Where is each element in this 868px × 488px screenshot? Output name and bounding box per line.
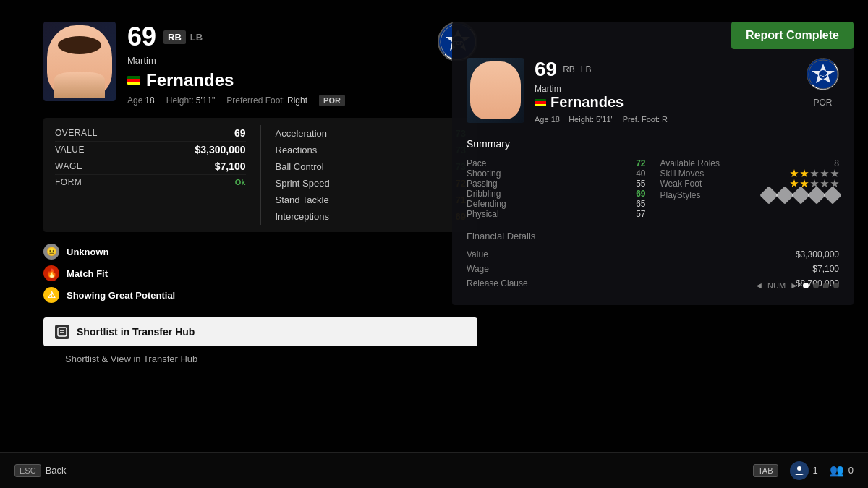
attr-label: Ball Control — [276, 161, 324, 172]
right-panel: Report Complete 69 RB LB Martim Fernande… — [452, 22, 854, 305]
nav-dot-2[interactable] — [813, 283, 819, 288]
svg-rect-4 — [58, 328, 67, 336]
right-stats-col: Available Roles 8 Skill Moves Weak Foot — [660, 158, 840, 219]
attribute-row: Ball Control 73 — [276, 158, 467, 175]
overall-rating: 69 — [127, 22, 156, 52]
back-button[interactable]: ESC Back — [14, 464, 67, 477]
player-firstname: Martim — [127, 55, 156, 66]
player-count-group: 1 — [790, 461, 818, 480]
rating-position: 69 RB LB — [127, 22, 477, 52]
wage-row: WAGE $7,100 — [55, 158, 246, 175]
skill-moves-row: Skill Moves — [660, 168, 840, 179]
primary-position: RB — [163, 30, 186, 44]
bottom-bar: ESC Back TAB 1 👥 0 — [0, 452, 868, 488]
status-unknown: 😐 Unknown — [43, 244, 477, 260]
shooting-label: Shooting — [467, 168, 501, 179]
fin-wage-row: Wage $7,100 — [467, 262, 839, 276]
player-foot: Right — [287, 95, 307, 106]
passing-label: Passing — [467, 179, 498, 189]
playstyle-5 — [823, 186, 841, 204]
nationality-badge: POR — [319, 95, 345, 106]
overall-stat: 69 — [234, 127, 246, 139]
stats-container: OVERALL 69 VALUE $3,300,000 WAGE $7,100 … — [43, 118, 477, 232]
attribute-row: Sprint Speed 72 — [276, 175, 467, 192]
rp-height: 5'11" — [596, 115, 613, 124]
rp-age: 18 — [551, 115, 560, 124]
rp-flag — [535, 99, 546, 106]
esc-key: ESC — [14, 464, 41, 477]
shortlist-primary-label: Shortlist in Transfer Hub — [77, 326, 195, 338]
tab-key: TAB — [753, 464, 778, 477]
wage-stat: $7,100 — [215, 160, 246, 172]
player-lastname-row: Fernandes — [127, 70, 477, 90]
nav-dot-4[interactable] — [833, 283, 839, 288]
physical-label: Physical — [467, 209, 499, 219]
passing-row: Passing 55 — [467, 179, 646, 189]
value-row: VALUE $3,300,000 — [55, 142, 246, 158]
bottom-right: TAB 1 👥 0 — [753, 461, 854, 480]
physical-value: 57 — [636, 209, 645, 219]
nav-right-arrow[interactable]: ► — [790, 281, 799, 291]
fin-value-label: Value — [467, 249, 488, 260]
fit-icon: 🔥 — [43, 265, 59, 281]
nav-dot-3[interactable] — [823, 283, 829, 288]
position-badges: RB LB — [163, 30, 203, 44]
stats-divider: OVERALL 69 VALUE $3,300,000 WAGE $7,100 … — [55, 125, 466, 225]
fin-value-amount: $3,300,000 — [796, 249, 839, 260]
form-row: Form Ok — [55, 175, 246, 189]
passing-value: 55 — [636, 179, 645, 189]
stats-left: OVERALL 69 VALUE $3,300,000 WAGE $7,100 … — [55, 125, 260, 225]
attr-label: Sprint Speed — [276, 178, 330, 189]
player-details: Age18 Height:5'11" Preferred Foot:Right … — [127, 95, 477, 106]
attribute-row: Interceptions 69 — [276, 208, 467, 225]
rp-details: Age 18 Height: 5'11" Pref. Foot: R — [535, 115, 796, 124]
nav-dots — [803, 283, 839, 288]
nationality-flag — [127, 76, 140, 85]
overall-row: OVERALL 69 — [55, 125, 246, 142]
report-complete-label: Report Complete — [746, 29, 839, 41]
player-count: 1 — [813, 465, 818, 476]
playstyles-row-item: PlayStyles — [660, 189, 840, 202]
dribbling-value: 69 — [636, 189, 645, 199]
weak-foot-row: Weak Foot — [660, 179, 840, 189]
player-info: 69 RB LB Martim Fernandes Age18 Height:5… — [127, 22, 477, 106]
available-roles-value: 8 — [834, 158, 839, 168]
shortlist-icon — [55, 325, 69, 339]
rp-pos-primary: RB — [563, 64, 575, 74]
report-complete-button[interactable]: Report Complete — [731, 22, 854, 49]
pace-row: Pace 72 — [467, 158, 646, 168]
fin-value-row: Value $3,300,000 — [467, 247, 839, 262]
value-label: VALUE — [55, 145, 85, 155]
rp-club-badge: FCP — [807, 58, 839, 90]
shooting-row: Shooting 40 — [467, 168, 646, 179]
form-stat: Ok — [235, 178, 246, 187]
wage-label: WAGE — [55, 161, 82, 171]
summary-grid: Pace 72 Shooting 40 Passing 55 Dribbling… — [467, 158, 839, 219]
overall-label: OVERALL — [55, 128, 98, 138]
player-height: 5'11" — [196, 95, 216, 106]
financial-title: Financial Details — [467, 231, 839, 241]
shortlist-secondary-label: Shortlist & View in Transfer Hub — [65, 354, 197, 364]
attribute-row: Acceleration 73 — [276, 125, 467, 142]
nav-section: ◄ NUM ► — [754, 281, 839, 291]
shortlist-secondary-button[interactable]: Shortlist & View in Transfer Hub — [65, 351, 477, 367]
player-age: 18 — [145, 95, 154, 106]
rp-foot: R — [662, 115, 668, 124]
available-roles-row: Available Roles 8 — [660, 158, 840, 168]
playstyles-label: PlayStyles — [660, 190, 701, 200]
shortlist-primary-button[interactable]: Shortlist in Transfer Hub — [43, 317, 477, 346]
shortlist-section: Shortlist in Transfer Hub Shortlist & Vi… — [43, 317, 477, 367]
defending-row: Defending 65 — [467, 199, 646, 209]
summary-title: Summary — [467, 138, 839, 150]
people-count-group: 👥 0 — [830, 463, 854, 477]
tab-group: TAB — [753, 464, 778, 477]
nav-dot-1[interactable] — [803, 283, 809, 288]
status-fit: 🔥 Match Fit — [43, 265, 477, 281]
attributes-right: Acceleration 73 Reactions 73 Ball Contro… — [260, 125, 467, 225]
nav-left-arrow[interactable]: ◄ — [754, 281, 763, 291]
rp-pos-secondary: LB — [581, 64, 592, 74]
skill-moves-stars — [790, 169, 839, 178]
rp-player-avatar — [467, 58, 524, 123]
playstyles-icons — [762, 189, 839, 202]
left-stats-col: Pace 72 Shooting 40 Passing 55 Dribbling… — [467, 158, 646, 219]
